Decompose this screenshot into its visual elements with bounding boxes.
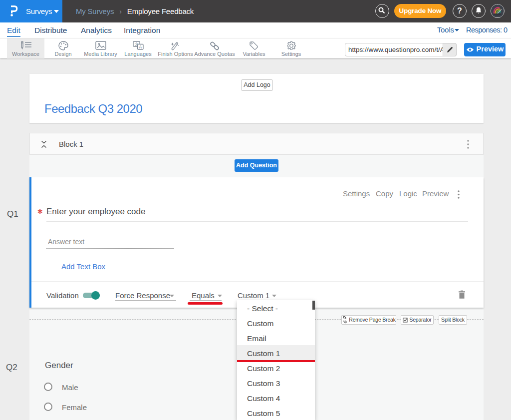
svg-text:A: A — [139, 44, 142, 49]
